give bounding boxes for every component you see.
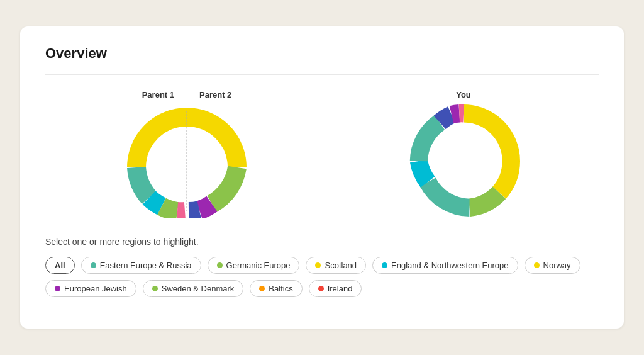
germanic-dot bbox=[217, 262, 223, 268]
scotland-label: Scotland bbox=[325, 261, 357, 270]
split-donut-container bbox=[124, 104, 250, 218]
england-label: England & Northwestern Europe bbox=[391, 261, 508, 270]
parent2-label: Parent 2 bbox=[199, 90, 231, 99]
you-donut-svg bbox=[404, 104, 523, 218]
parent1-label: Parent 1 bbox=[142, 90, 174, 99]
germanic-label: Germanic Europe bbox=[226, 261, 291, 270]
divider bbox=[45, 74, 599, 75]
ireland-label: Ireland bbox=[328, 284, 353, 293]
you-label: You bbox=[456, 90, 471, 99]
filter-chip-germanic[interactable]: Germanic Europe bbox=[208, 257, 300, 274]
sweden-dot bbox=[152, 286, 158, 291]
filter-row-2: European Jewish Sweden & Denmark Baltics… bbox=[45, 280, 599, 297]
filter-chip-baltics[interactable]: Baltics bbox=[250, 280, 302, 297]
england-dot bbox=[382, 262, 387, 268]
charts-row: Parent 1 Parent 2 bbox=[45, 90, 599, 218]
select-hint: Select one or more regions to highlight. bbox=[45, 237, 599, 247]
filter-chip-norway[interactable]: Norway bbox=[525, 257, 580, 274]
split-divider bbox=[187, 111, 187, 211]
jewish-dot bbox=[55, 286, 60, 291]
filter-chip-jewish[interactable]: European Jewish bbox=[45, 280, 136, 297]
filter-chip-scotland[interactable]: Scotland bbox=[306, 257, 366, 274]
filter-chip-sweden[interactable]: Sweden & Denmark bbox=[143, 280, 244, 297]
eastern-europe-dot bbox=[91, 262, 96, 268]
parent-labels: Parent 1 Parent 2 bbox=[142, 90, 232, 99]
sweden-label: Sweden & Denmark bbox=[162, 284, 235, 293]
page-title: Overview bbox=[45, 45, 599, 62]
norway-label: Norway bbox=[543, 261, 571, 270]
filter-chip-ireland[interactable]: Ireland bbox=[309, 280, 362, 297]
jewish-label: European Jewish bbox=[64, 284, 127, 293]
overview-card: Overview Parent 1 Parent 2 bbox=[20, 26, 624, 329]
baltics-dot bbox=[259, 286, 265, 291]
parents-chart-group: Parent 1 Parent 2 bbox=[124, 90, 250, 218]
svg-point-1 bbox=[433, 130, 495, 193]
norway-dot bbox=[534, 262, 540, 268]
eastern-europe-label: Eastern Europe & Russia bbox=[100, 261, 192, 270]
filter-chip-eastern-europe[interactable]: Eastern Europe & Russia bbox=[81, 257, 201, 274]
baltics-label: Baltics bbox=[269, 284, 292, 293]
you-chart-group: You bbox=[407, 90, 520, 218]
ireland-dot bbox=[318, 286, 324, 291]
all-label: All bbox=[55, 261, 65, 270]
filter-chip-england[interactable]: England & Northwestern Europe bbox=[372, 257, 518, 274]
you-donut-container bbox=[407, 104, 520, 218]
filter-row-1: All Eastern Europe & Russia Germanic Eur… bbox=[45, 257, 599, 274]
scotland-dot bbox=[315, 262, 321, 268]
filter-chip-all[interactable]: All bbox=[45, 257, 75, 274]
